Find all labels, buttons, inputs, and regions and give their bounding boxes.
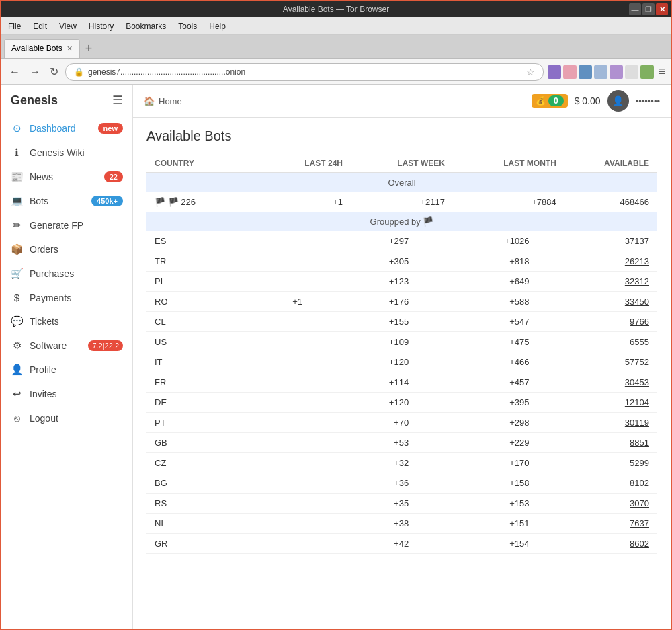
maximize-button[interactable]: ❐	[642, 3, 655, 15]
software-icon: ⚙	[11, 340, 23, 352]
lastweek-cell: +114	[310, 372, 417, 393]
last24h-cell	[233, 393, 310, 413]
lastmonth-cell: +457	[417, 372, 537, 393]
menu-tools[interactable]: Tools	[175, 20, 200, 32]
menu-view[interactable]: View	[56, 20, 79, 32]
sidebar-label-purchases: Purchases	[30, 268, 74, 279]
menu-help[interactable]: Help	[206, 20, 228, 32]
grouped-section-header: Groupped by 🏴	[146, 212, 657, 231]
new-tab-button[interactable]: +	[81, 42, 97, 54]
toolbar-icon-4[interactable]	[594, 65, 607, 79]
browser-menu-button[interactable]: ≡	[658, 65, 665, 79]
available-cell[interactable]: 26213	[538, 251, 657, 272]
sidebar-item-logout[interactable]: ⎋ Logout	[1, 406, 132, 430]
minimize-button[interactable]: —	[629, 3, 641, 15]
toolbar-icon-3[interactable]	[579, 65, 592, 79]
last24h-cell	[233, 251, 310, 272]
sidebar-item-software[interactable]: ⚙ Software 7.2|22.2	[1, 333, 132, 358]
available-cell[interactable]: 8602	[538, 534, 657, 554]
overall-country: 🏴 🏴 226	[146, 192, 258, 212]
lastmonth-cell: +475	[417, 332, 537, 352]
available-cell[interactable]: 3070	[538, 494, 657, 514]
app-layout: Genesis ☰ ⊙ Dashboard new ℹ Genesis Wiki…	[1, 85, 671, 630]
menu-edit[interactable]: Edit	[30, 20, 50, 32]
table-row: BG+36+1588102	[146, 473, 657, 494]
payments-icon: $	[11, 292, 23, 303]
menu-file[interactable]: File	[5, 20, 24, 32]
bookmark-star-button[interactable]: ☆	[526, 67, 535, 77]
lastweek-cell: +36	[310, 473, 417, 494]
available-cell[interactable]: 30453	[538, 372, 657, 393]
overall-available[interactable]: 468466	[564, 192, 657, 212]
dashboard-badge: new	[98, 123, 123, 134]
sidebar-item-orders[interactable]: 📦 Orders	[1, 237, 132, 262]
available-cell[interactable]: 8851	[538, 433, 657, 453]
sidebar-item-dashboard[interactable]: ⊙ Dashboard new	[1, 116, 132, 141]
country-cell: US	[146, 332, 233, 352]
dashboard-icon: ⊙	[11, 122, 23, 134]
table-row: IT+120+46657752	[146, 352, 657, 372]
toolbar-icon-2[interactable]	[563, 65, 577, 79]
active-tab[interactable]: Available Bots ✕	[4, 39, 80, 58]
forward-button[interactable]: →	[27, 65, 43, 79]
menu-history[interactable]: History	[86, 20, 116, 32]
url-text: genesis7................................…	[88, 67, 522, 77]
available-cell[interactable]: 6555	[538, 332, 657, 352]
table-row: US+109+4756555	[146, 332, 657, 352]
toolbar-icon-1[interactable]	[548, 65, 561, 79]
table-row: NL+38+1517637	[146, 514, 657, 534]
available-cell[interactable]: 37137	[538, 231, 657, 251]
avatar: 👤	[607, 90, 629, 112]
lastweek-cell: +155	[310, 312, 417, 332]
toolbar-icon-6[interactable]	[625, 65, 638, 79]
last24h-cell	[233, 332, 310, 352]
table-row: GB+53+2298851	[146, 433, 657, 453]
bots-badge: 450k+	[91, 196, 123, 206]
home-icon: 🏠	[144, 96, 155, 106]
hamburger-button[interactable]: ☰	[112, 93, 123, 108]
available-cell[interactable]: 8102	[538, 473, 657, 494]
title-bar-text: Available Bots — Tor Browser	[283, 5, 389, 14]
sidebar-item-tickets[interactable]: 💬 Tickets	[1, 309, 132, 333]
sidebar-item-bots[interactable]: 💻 Bots 450k+	[1, 189, 132, 213]
available-cell[interactable]: 9766	[538, 312, 657, 332]
overall-lastmonth: +7884	[453, 192, 564, 212]
username: ••••••••	[636, 96, 660, 106]
tab-close-button[interactable]: ✕	[67, 44, 73, 53]
lastweek-cell: +32	[310, 453, 417, 473]
available-cell[interactable]: 30119	[538, 413, 657, 433]
available-cell[interactable]: 57752	[538, 352, 657, 372]
sidebar-item-genesis-wiki[interactable]: ℹ Genesis Wiki	[1, 141, 132, 165]
sidebar-item-news[interactable]: 📰 News 22	[1, 165, 132, 189]
col-header-available: AVAILABLE	[564, 155, 657, 173]
close-button[interactable]: ✕	[656, 3, 668, 15]
available-cell[interactable]: 32312	[538, 272, 657, 292]
table-row: ES+297+102637137	[146, 231, 657, 251]
menu-bar: File Edit View History Bookmarks Tools H…	[1, 17, 671, 35]
toolbar-icon-7[interactable]	[640, 65, 654, 79]
balance-amount: $ 0.00	[575, 95, 601, 106]
sidebar-item-purchases[interactable]: 🛒 Purchases	[1, 262, 132, 286]
available-cell[interactable]: 5299	[538, 453, 657, 473]
sidebar-item-payments[interactable]: $ Payments	[1, 286, 132, 309]
generate-fp-icon: ✏	[11, 219, 23, 231]
menu-bookmarks[interactable]: Bookmarks	[123, 20, 169, 32]
last24h-cell	[233, 534, 310, 554]
sidebar-item-generate-fp[interactable]: ✏ Generate FP	[1, 213, 132, 237]
sidebar-item-profile[interactable]: 👤 Profile	[1, 358, 132, 382]
reload-button[interactable]: ↻	[47, 64, 61, 79]
table-row: RO+1+176+58833450	[146, 292, 657, 312]
available-cell[interactable]: 12104	[538, 393, 657, 413]
sidebar-item-invites[interactable]: ↩ Invites	[1, 382, 132, 406]
country-cell: TR	[146, 251, 233, 272]
available-cell[interactable]: 7637	[538, 514, 657, 534]
url-box[interactable]: 🔒 genesis7..............................…	[65, 63, 544, 81]
lastmonth-cell: +1026	[417, 231, 537, 251]
coin-icon: 💰 0	[532, 94, 568, 108]
toolbar-icon-5[interactable]	[610, 65, 623, 79]
lastmonth-cell: +229	[417, 433, 537, 453]
available-cell[interactable]: 33450	[538, 292, 657, 312]
orders-icon: 📦	[11, 243, 23, 255]
back-button[interactable]: ←	[7, 65, 23, 79]
country-cell: NL	[146, 514, 233, 534]
